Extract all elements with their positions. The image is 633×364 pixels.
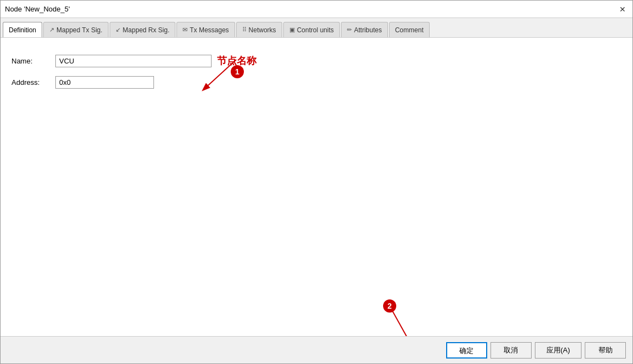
tab-definition[interactable]: Definition: [3, 22, 42, 37]
annotation-2-label: 2: [387, 302, 392, 310]
networks-icon: ⠿: [242, 26, 247, 33]
close-button[interactable]: ✕: [617, 4, 628, 15]
name-row: Name: 节点名称: [12, 54, 621, 67]
name-input[interactable]: [55, 55, 212, 67]
mapped-tx-sig-icon: ↗: [49, 26, 54, 33]
name-label: Name:: [12, 57, 55, 65]
address-input[interactable]: [55, 76, 154, 89]
confirm-button[interactable]: 确定: [446, 342, 487, 359]
annotation-badge-2: 2: [383, 299, 396, 313]
address-label: Address:: [12, 78, 55, 86]
main-window: Node 'New_Node_5' ✕ Definition ↗ Mapped …: [0, 0, 633, 364]
tab-tx-messages[interactable]: ✉ Tx Messages: [176, 22, 235, 37]
tab-networks[interactable]: ⠿ Networks: [236, 22, 282, 37]
annotation-1-label: 1: [235, 67, 239, 76]
apply-button[interactable]: 应用(A): [535, 342, 581, 359]
tab-mapped-tx-sig-label: Mapped Tx Sig.: [56, 26, 102, 34]
attributes-icon: ✏: [347, 26, 352, 33]
tab-bar: Definition ↗ Mapped Tx Sig. ↙ Mapped Rx …: [1, 18, 632, 38]
address-row: Address:: [12, 76, 621, 89]
tab-control-units[interactable]: ▣ Control units: [283, 22, 340, 37]
tab-tx-messages-label: Tx Messages: [190, 26, 229, 34]
tab-attributes-label: Attributes: [354, 26, 382, 34]
tab-comment-label: Comment: [395, 26, 424, 34]
mapped-rx-sig-icon: ↙: [116, 26, 121, 33]
tab-control-units-label: Control units: [297, 26, 334, 34]
window-title: Node 'New_Node_5': [5, 5, 70, 13]
tx-messages-icon: ✉: [183, 26, 187, 33]
control-units-icon: ▣: [289, 26, 295, 33]
title-bar: Node 'New_Node_5' ✕: [1, 1, 632, 18]
tab-mapped-rx-sig[interactable]: ↙ Mapped Rx Sig.: [110, 22, 175, 37]
tab-mapped-rx-sig-label: Mapped Rx Sig.: [123, 26, 169, 34]
annotation-badge-1: 1: [231, 65, 244, 78]
content-area: Name: 节点名称 Address: 1: [1, 38, 632, 336]
help-button[interactable]: 帮助: [585, 342, 626, 359]
tab-definition-label: Definition: [9, 26, 36, 34]
tab-mapped-tx-sig[interactable]: ↗ Mapped Tx Sig.: [43, 22, 109, 37]
tab-networks-label: Networks: [249, 26, 276, 34]
tab-attributes[interactable]: ✏ Attributes: [341, 22, 388, 37]
tab-comment[interactable]: Comment: [389, 22, 430, 37]
footer: 确定 取消 应用(A) 帮助: [1, 336, 632, 363]
cancel-button[interactable]: 取消: [491, 342, 532, 359]
